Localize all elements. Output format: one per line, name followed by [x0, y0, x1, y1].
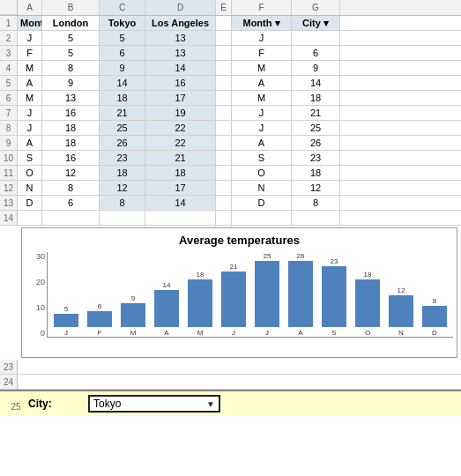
cell-3-f: F: [232, 46, 292, 61]
cell-4-g: 9: [292, 61, 340, 76]
row-num-8: 8: [0, 121, 18, 136]
cell-7-c: 21: [100, 106, 145, 121]
bar-D: 8 D: [418, 252, 451, 337]
cell-7-a: J: [18, 106, 42, 121]
cell-13-f: D: [232, 196, 292, 211]
cell-7-b: 16: [42, 106, 100, 121]
cell-12-a: N: [18, 181, 42, 196]
bar-rect-A: [154, 290, 180, 327]
cell-5-d: 16: [145, 76, 216, 91]
spreadsheet-row-2: 2J5513J: [0, 31, 461, 46]
cell-3-b: 5: [42, 46, 100, 61]
cell-2-e: [216, 31, 232, 46]
cell-5-f: A: [232, 76, 292, 91]
bar-rect-S: [322, 266, 347, 327]
bar-rect-M: [188, 279, 213, 327]
cell-10-a: S: [18, 151, 42, 166]
cell-12-g: 12: [292, 181, 340, 196]
spreadsheet-row-5: 5A91416A14: [0, 76, 461, 91]
chart-title: Average temperatures: [26, 234, 453, 247]
cell-10-b: 16: [42, 151, 100, 166]
cell-1-b: London: [42, 16, 100, 31]
cell-12-c: 12: [100, 181, 145, 196]
bar-label-A: A: [164, 329, 168, 337]
bar-label-S: S: [331, 329, 336, 337]
cell-7-g: 21: [292, 106, 340, 121]
y-label-30: 30: [26, 252, 45, 261]
cell-3-c: 6: [100, 46, 145, 61]
bar-label-N: N: [398, 329, 404, 337]
spreadsheet-row-13: 13D6814D8: [0, 196, 461, 211]
cell-1-c: Tokyo: [100, 16, 145, 31]
empty-row-24: 24: [0, 375, 461, 390]
bar-rect-M: [121, 303, 146, 327]
city-value: Tokyo: [93, 398, 121, 410]
cell-12-f: N: [232, 181, 292, 196]
bar-rect-J: [221, 271, 247, 327]
bar-label-J: J: [64, 329, 68, 337]
bar-A: 26 A: [284, 252, 317, 337]
col-header-d: D: [145, 0, 216, 15]
bar-M: 9 M: [116, 252, 150, 337]
city-dropdown[interactable]: Tokyo ▼: [88, 395, 220, 413]
col-header-b: B: [42, 0, 100, 15]
dropdown-arrow-icon: ▼: [206, 399, 215, 409]
cell-11-f: O: [232, 166, 292, 181]
empty-row-14: 14: [0, 211, 461, 226]
cell-8-c: 25: [100, 121, 145, 136]
row-num-7: 7: [0, 106, 18, 121]
cell-9-b: 18: [42, 136, 100, 151]
spreadsheet-row-8: 8J182522J25: [0, 121, 461, 136]
cell-11-c: 18: [100, 166, 145, 181]
bar-rect-J: [255, 261, 280, 327]
bar-value-S: 23: [331, 257, 338, 265]
cell-13-d: 14: [145, 196, 216, 211]
cell-8-a: J: [18, 121, 42, 136]
row-num-12: 12: [0, 181, 18, 196]
cell-13-c: 8: [100, 196, 145, 211]
cell-8-b: 18: [42, 121, 100, 136]
cell-4-e: [216, 61, 232, 76]
cell-6-e: [216, 91, 232, 106]
cell-2-d: 13: [145, 31, 216, 46]
bar-label-A: A: [298, 329, 302, 337]
cell-5-e: [216, 76, 232, 91]
cell-9-c: 26: [100, 136, 145, 151]
cell-3-e: [216, 46, 232, 61]
spreadsheet-row-12: 12N81217N12: [0, 181, 461, 196]
cell-6-g: 18: [292, 91, 340, 106]
cell-4-c: 9: [100, 61, 145, 76]
cell-13-b: 6: [42, 196, 100, 211]
cell-1-d: Los Angeles: [145, 16, 216, 31]
bar-rect-D: [422, 306, 448, 327]
cell-2-b: 5: [42, 31, 100, 46]
row-num-1: 1: [0, 16, 18, 31]
spreadsheet-row-6: 6M131817M18: [0, 91, 461, 106]
bar-label-M: M: [197, 329, 204, 337]
y-label-0: 0: [26, 329, 45, 338]
cell-8-e: [216, 121, 232, 136]
city-selector-row: 25 City: Tokyo ▼: [0, 390, 461, 416]
bar-label-D: D: [432, 329, 437, 337]
bar-value-F: 6: [98, 302, 101, 310]
cell-9-e: [216, 136, 232, 151]
col-header-g: G: [292, 0, 340, 15]
row-num-4: 4: [0, 61, 18, 76]
spreadsheet-row-3: 3F5613F6: [0, 46, 461, 61]
city-label: City:: [28, 398, 72, 410]
spreadsheet-row-11: 11O121818O18: [0, 166, 461, 181]
cell-6-b: 13: [42, 91, 100, 106]
bar-rect-N: [389, 295, 414, 327]
cell-12-b: 8: [42, 181, 100, 196]
cell-6-d: 17: [145, 91, 216, 106]
bar-value-A: 14: [163, 281, 171, 289]
cell-3-a: F: [18, 46, 42, 61]
bar-S: 23 S: [317, 252, 351, 337]
bar-J: 5 J: [49, 252, 83, 337]
spreadsheet-grid: 1MonthLondonTokyoLos AngelesMonth ▾City …: [0, 16, 461, 211]
cell-6-a: M: [18, 91, 42, 106]
cell-9-a: A: [18, 136, 42, 151]
cell-7-d: 19: [145, 106, 216, 121]
col-header-a: A: [18, 0, 42, 15]
cell-3-d: 13: [145, 46, 216, 61]
